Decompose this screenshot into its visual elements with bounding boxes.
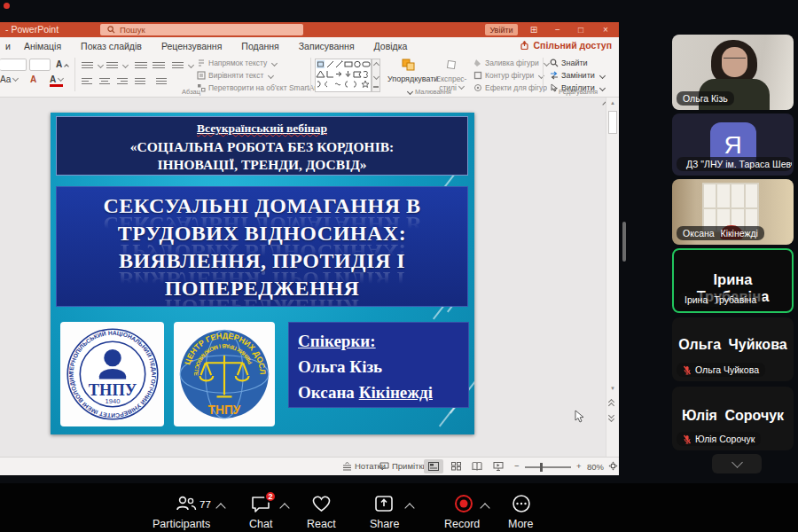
share-button[interactable]: Share — [370, 518, 399, 530]
shape-effects-button[interactable]: Ефекти для фігур — [473, 83, 557, 92]
participant-name-label: Ольга Кізь — [677, 91, 734, 106]
participant-name-label: Ольга Чуйкова — [695, 364, 759, 375]
powerpoint-window: - PowerPoint Пошук Увійти ⊞ − □ × и Анім… — [0, 22, 619, 475]
scroll-up-icon[interactable]: ▲ — [608, 100, 617, 106]
increase-indent-icon[interactable] — [153, 60, 165, 70]
video-tile[interactable]: Оксана Кікінежді — [672, 179, 794, 245]
font-name-select[interactable] — [0, 59, 27, 71]
highlight-button[interactable]: A — [30, 74, 36, 84]
zoom-level[interactable]: 80% — [587, 462, 604, 472]
slide-header-box[interactable]: Всеукраїнський вебінар «СОЦІАЛЬНА РОБОТА… — [56, 116, 468, 176]
tab-recording[interactable]: Записування — [289, 37, 364, 55]
bullets-icon[interactable] — [82, 60, 93, 70]
close-button[interactable]: × — [595, 22, 616, 37]
fit-to-window-icon[interactable] — [608, 461, 618, 471]
slideshow-view-button[interactable] — [489, 459, 508, 473]
share-screen-icon[interactable] — [374, 495, 394, 512]
title-line: ПОПЕРЕДЖЕННЯ — [57, 277, 467, 301]
shapes-gallery-scroll[interactable] — [372, 59, 380, 92]
scroll-down-icon[interactable]: ▼ — [608, 386, 617, 391]
zoom-in-button[interactable]: + — [576, 461, 582, 471]
next-slide-button[interactable] — [609, 413, 615, 419]
find-button[interactable]: Знайти — [550, 59, 588, 67]
comments-icon — [379, 462, 389, 471]
font-color-button[interactable]: A — [50, 74, 63, 87]
justify-icon[interactable] — [135, 76, 145, 86]
tab-slideshow[interactable]: Показ слайдів — [71, 37, 152, 55]
speakers-box[interactable]: Спікерки: Ольга Кізь Оксана Кікінежді — [288, 322, 469, 408]
shape-outline-button[interactable]: Контур фігури — [473, 71, 544, 80]
bullets-dropdown[interactable] — [98, 62, 104, 68]
replace-button[interactable]: Замінити — [550, 71, 605, 80]
strip-scrollbar-thumb[interactable] — [622, 222, 626, 262]
numbering-icon[interactable] — [106, 60, 118, 70]
tnpu-abbr: ТНПУ — [88, 381, 137, 399]
align-right-icon[interactable] — [117, 76, 128, 86]
align-left-icon[interactable] — [82, 76, 92, 86]
slide-sorter-view-button[interactable] — [446, 459, 466, 473]
slide-title-box[interactable]: СЕКСУАЛЬНІ ДОМАГАННЯ ВСЕКСУАЛЬНІ ДОМАГАН… — [56, 186, 468, 307]
align-text-button[interactable]: Вирівняти текст — [197, 71, 273, 80]
video-tile[interactable]: Ольга Кізь — [672, 35, 794, 110]
more-button[interactable]: More — [508, 518, 533, 530]
record-icon[interactable] — [454, 494, 473, 513]
chat-badge: 2 — [264, 490, 277, 503]
zoom-slider-thumb[interactable] — [540, 463, 543, 472]
tab-view[interactable]: Подання — [231, 37, 288, 55]
share-access-button[interactable]: Спільний доступ — [520, 40, 612, 51]
reading-view-button[interactable] — [467, 459, 487, 473]
shapes-gallery-icons — [316, 59, 371, 91]
align-center-icon[interactable] — [99, 76, 110, 86]
comments-button[interactable]: Примітки — [379, 461, 427, 471]
active-speaker-tile[interactable]: Ірина Трубавіна Ірина Трубавіна — [672, 248, 794, 313]
sign-in-button[interactable]: Увійти — [485, 24, 518, 35]
tab-help[interactable]: Довідка — [364, 37, 418, 55]
shape-fill-button[interactable]: Заливка фігури — [473, 59, 549, 67]
participant-name-label: ДЗ "ЛНУ ім. Тараса Шевч... — [686, 159, 792, 169]
convert-smartart-button[interactable]: Перетворити на об'єкт SmartArt — [197, 83, 328, 92]
participants-icon[interactable] — [175, 495, 198, 512]
chat-button[interactable]: Chat — [249, 518, 272, 530]
zoom-slider[interactable] — [525, 466, 571, 468]
scrollbar-thumb[interactable] — [608, 111, 617, 134]
share-menu-caret[interactable] — [404, 503, 414, 512]
webinar-line: Всеукраїнський вебінар — [197, 121, 327, 135]
restore-button[interactable]: □ — [570, 22, 591, 37]
react-button[interactable]: React — [307, 518, 336, 530]
decrease-indent-icon[interactable] — [135, 60, 147, 70]
more-icon[interactable] — [512, 494, 531, 513]
tab-review[interactable]: Рецензування — [152, 37, 231, 55]
video-tile[interactable]: Я ДЗ "ЛНУ ім. Тараса Шевч... — [672, 113, 794, 176]
powerpoint-statusbar: Нотатки Примітки − + — [0, 457, 619, 475]
tab-partial[interactable]: и — [2, 37, 14, 55]
search-input[interactable]: Пошук — [100, 24, 303, 35]
columns-icon[interactable] — [156, 76, 167, 86]
participants-menu-caret[interactable] — [215, 503, 225, 512]
slide-scrollbar[interactable]: ▲ ▼ — [606, 98, 618, 457]
line-spacing-icon[interactable] — [172, 60, 184, 70]
minimize-button[interactable]: − — [547, 22, 568, 37]
collapse-strip-button[interactable] — [712, 454, 762, 473]
video-tile[interactable]: Ольга Чуйкова Ольга Чуйкова — [672, 317, 794, 381]
font-size-select[interactable] — [29, 59, 51, 71]
grow-font-button[interactable]: A — [56, 59, 68, 69]
line-spacing-dropdown[interactable] — [188, 62, 194, 68]
shapes-gallery[interactable] — [315, 59, 372, 92]
text-direction-button[interactable]: Напрямок тексту — [197, 59, 277, 67]
tab-animation[interactable]: Анімація — [14, 37, 71, 55]
participants-button[interactable]: Participants — [153, 518, 210, 530]
title-line: ТРУДОВИХ ВІДНОСИНАХ: — [57, 222, 467, 246]
record-button[interactable]: Record — [444, 518, 480, 530]
change-case-button[interactable]: Aa — [0, 74, 18, 84]
react-heart-icon[interactable] — [310, 494, 332, 513]
ribbon-display-options-icon[interactable]: ⊞ — [523, 22, 544, 37]
ribbon: A Aa A A Напрямок тексту — [0, 55, 619, 98]
video-tile[interactable]: Юлія Сорочук Юлія Сорочук — [672, 387, 794, 450]
record-menu-caret[interactable] — [480, 503, 489, 512]
chat-menu-caret[interactable] — [279, 503, 289, 512]
normal-view-button[interactable] — [424, 459, 443, 473]
numbering-dropdown[interactable] — [122, 62, 129, 68]
zoom-out-button[interactable]: − — [514, 461, 520, 471]
slide-canvas[interactable]: Всеукраїнський вебінар «СОЦІАЛЬНА РОБОТА… — [51, 113, 474, 434]
previous-slide-button[interactable] — [609, 400, 615, 406]
